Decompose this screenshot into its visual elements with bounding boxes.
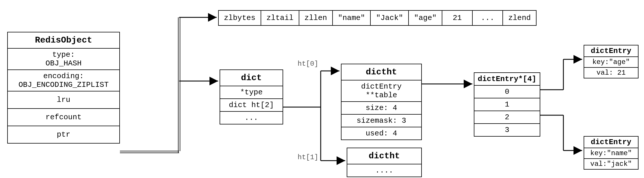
ziplist-cell-age: "age" — [408, 10, 442, 26]
dictentry-array-table: dictEntry*[4] 0 1 2 3 — [474, 72, 540, 137]
dictentry-name-title: dictEntry — [584, 136, 638, 148]
ziplist-cell-name: "name" — [332, 10, 370, 26]
ziplist-cell-zllen: zllen — [299, 10, 332, 26]
dictentry-age-val: val: 21 — [584, 67, 638, 78]
redis-object-ptr: ptr — [8, 126, 120, 143]
dictentry-array-0: 0 — [474, 85, 540, 98]
ziplist-cell-zltail: zltail — [261, 10, 299, 26]
dict-title: dict — [220, 70, 283, 86]
ziplist-cell-zlbytes: zlbytes — [218, 10, 261, 26]
ht1-label: ht[1] — [298, 153, 318, 161]
dictentry-age-table: dictEntry key:"age" val: 21 — [584, 45, 639, 78]
dict-table: dict *type dict ht[2] ... — [220, 69, 283, 124]
dictentry-age-title: dictEntry — [584, 45, 638, 57]
redis-object-type: type: OBJ_HASH — [8, 48, 120, 70]
redis-object-table: RedisObject type: OBJ_HASH encoding: OBJ… — [7, 32, 120, 144]
dictht1-ellipsis: .... — [347, 164, 422, 177]
dictht0-title: dictht — [341, 64, 422, 80]
ziplist-cell-jack: "Jack" — [370, 10, 408, 26]
redis-object-lru: lru — [8, 91, 120, 109]
dictentry-name-struct: dictEntry key:"name" val:"jack" — [584, 136, 639, 170]
dictht0-struct: dictht dictEntry **table size: 4 sizemas… — [341, 64, 422, 140]
ziplist-row: zlbytes zltail zllen "name" "Jack" "age"… — [218, 10, 537, 26]
ziplist-cell-ellipsis: ... — [472, 10, 502, 26]
dictentry-name-val: val:"jack" — [584, 159, 638, 169]
dictentry-array-3: 3 — [474, 124, 540, 136]
dictentry-name-key: key:"name" — [584, 148, 638, 159]
dictht1-struct: dictht .... — [347, 148, 422, 177]
dictentry-array-2: 2 — [474, 111, 540, 124]
redis-object-struct: RedisObject type: OBJ_HASH encoding: OBJ… — [7, 32, 120, 144]
dictentry-array-title: dictEntry*[4] — [474, 73, 540, 85]
dictentry-array-struct: dictEntry*[4] 0 1 2 3 — [474, 72, 540, 137]
dictentry-array-1: 1 — [474, 98, 540, 111]
dictht0-used: used: 4 — [341, 127, 422, 140]
encoding-label: encoding: — [11, 72, 116, 80]
dictht1-title: dictht — [347, 148, 422, 164]
dict-type: *type — [220, 86, 283, 99]
type-value: OBJ_HASH — [11, 59, 116, 68]
ht0-label: ht[0] — [298, 60, 318, 68]
ziplist-cell-zlend: zlend — [502, 10, 537, 26]
dictht0-size: size: 4 — [341, 102, 422, 114]
dictht1-table: dictht .... — [347, 148, 422, 177]
dict-ellipsis: ... — [220, 111, 283, 124]
redis-object-refcount: refcount — [8, 109, 120, 126]
ziplist-cell-21: 21 — [442, 10, 472, 26]
dictht0-table-field: dictEntry **table — [341, 80, 422, 102]
dictht0-sizemask: sizemask: 3 — [341, 114, 422, 127]
redis-object-title: RedisObject — [8, 32, 120, 48]
redis-object-encoding: encoding: OBJ_ENCODING_ZIPLIST — [8, 70, 120, 91]
dictentry-age-key: key:"age" — [584, 57, 638, 67]
dict-struct: dict *type dict ht[2] ... — [220, 69, 283, 124]
dictentry-age-struct: dictEntry key:"age" val: 21 — [584, 45, 639, 78]
dictht0-table: dictht dictEntry **table size: 4 sizemas… — [341, 64, 422, 140]
type-label: type: — [11, 50, 116, 59]
dict-ht: dict ht[2] — [220, 99, 283, 111]
dictentry-name-table: dictEntry key:"name" val:"jack" — [584, 136, 639, 170]
encoding-value: OBJ_ENCODING_ZIPLIST — [11, 80, 116, 89]
